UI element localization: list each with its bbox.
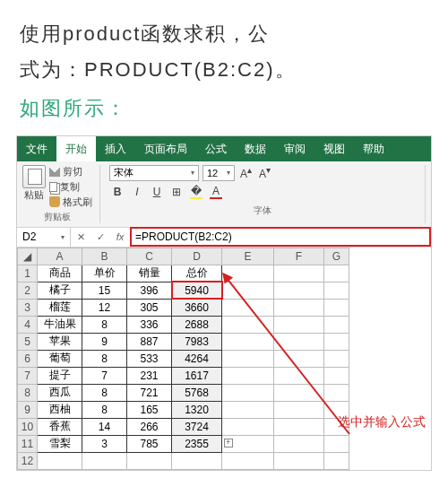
ribbon-tab-视图[interactable]: 视图 (314, 136, 354, 161)
cell[interactable]: 721 (127, 384, 172, 401)
cell[interactable] (274, 282, 324, 299)
cell[interactable]: 7 (82, 367, 127, 384)
cell[interactable] (274, 265, 324, 282)
cell[interactable]: 香蕉 (38, 418, 82, 435)
ribbon-tab-开始[interactable]: 开始 (56, 136, 96, 161)
header-cell[interactable]: 单价 (82, 265, 127, 282)
cell[interactable]: 5768 (172, 384, 222, 401)
cell[interactable] (324, 333, 349, 350)
ribbon-tab-帮助[interactable]: 帮助 (354, 136, 393, 161)
row-header-8[interactable]: 8 (18, 384, 38, 401)
col-header-C[interactable]: C (127, 248, 172, 265)
cell[interactable]: 8 (82, 401, 127, 418)
cell[interactable]: 8 (82, 350, 127, 367)
cell[interactable] (274, 452, 324, 469)
cell[interactable]: 396 (127, 282, 172, 299)
cell[interactable]: 雪梨 (38, 435, 82, 452)
ribbon-tab-公式[interactable]: 公式 (196, 136, 236, 161)
cell[interactable] (324, 350, 349, 367)
border-button[interactable]: ⊞ (168, 184, 185, 200)
cell[interactable] (274, 435, 324, 452)
italic-button[interactable]: I (129, 184, 145, 200)
col-header-F[interactable]: F (274, 248, 324, 265)
cell[interactable] (324, 452, 349, 469)
cell[interactable]: 3724 (172, 418, 222, 435)
col-header-D[interactable]: D (172, 248, 222, 265)
cell[interactable] (324, 435, 349, 452)
cell[interactable]: 8 (82, 316, 127, 333)
cell[interactable]: 橘子 (38, 282, 82, 299)
cell[interactable] (222, 435, 274, 452)
col-header-B[interactable]: B (82, 248, 127, 265)
cell[interactable]: 9 (82, 333, 127, 350)
row-header-1[interactable]: 1 (18, 265, 38, 282)
cell[interactable]: 西瓜 (38, 384, 82, 401)
cell[interactable]: 提子 (38, 367, 82, 384)
cell[interactable] (172, 452, 222, 469)
row-header-4[interactable]: 4 (18, 316, 38, 333)
cell[interactable] (324, 282, 349, 299)
cell[interactable] (274, 350, 324, 367)
cell[interactable]: 1617 (172, 367, 222, 384)
cell[interactable] (222, 418, 274, 435)
cell[interactable] (324, 265, 349, 282)
autofill-handle-icon[interactable] (224, 439, 233, 448)
row-header-3[interactable]: 3 (18, 299, 38, 316)
cell[interactable] (222, 299, 274, 316)
font-name-select[interactable]: 宋体▾ (109, 165, 199, 181)
col-header-E[interactable]: E (222, 248, 274, 265)
name-box[interactable]: D2▾ (17, 228, 71, 247)
ribbon-tab-页面布局[interactable]: 页面布局 (135, 136, 196, 161)
row-header-10[interactable]: 10 (18, 418, 38, 435)
ribbon-tab-插入[interactable]: 插入 (96, 136, 135, 161)
row-header-5[interactable]: 5 (18, 333, 38, 350)
paste-button[interactable]: 粘贴 (22, 165, 46, 209)
cell[interactable]: 7983 (172, 333, 222, 350)
cell[interactable]: 葡萄 (38, 350, 82, 367)
cell[interactable] (82, 452, 127, 469)
header-cell[interactable]: 商品 (38, 265, 82, 282)
cell[interactable]: 533 (127, 350, 172, 367)
cell[interactable]: 231 (127, 367, 172, 384)
cell[interactable]: 8 (82, 384, 127, 401)
cell[interactable]: 西柚 (38, 401, 82, 418)
cell[interactable]: 2688 (172, 316, 222, 333)
cell[interactable]: 305 (127, 299, 172, 316)
cell[interactable] (324, 299, 349, 316)
cell[interactable]: 785 (127, 435, 172, 452)
cell[interactable] (127, 452, 172, 469)
cell[interactable] (222, 282, 274, 299)
cell[interactable]: 3660 (172, 299, 222, 316)
cell[interactable] (274, 333, 324, 350)
cell[interactable]: 15 (82, 282, 127, 299)
cell[interactable]: 1320 (172, 401, 222, 418)
cell[interactable] (324, 316, 349, 333)
cell[interactable]: 165 (127, 401, 172, 418)
cell[interactable]: 苹果 (38, 333, 82, 350)
cell[interactable]: 887 (127, 333, 172, 350)
cell[interactable]: 266 (127, 418, 172, 435)
cut-button[interactable]: 剪切 (49, 165, 92, 178)
cell[interactable] (274, 299, 324, 316)
spreadsheet-grid[interactable]: ◢ABCDEFG1商品单价销量总价2橘子1539659403榴莲12305366… (17, 248, 431, 470)
cell[interactable]: 14 (82, 418, 127, 435)
cell[interactable]: 336 (127, 316, 172, 333)
increase-font-button[interactable]: A▴ (238, 165, 254, 180)
cancel-formula-button[interactable]: ✕ (71, 231, 90, 243)
cell[interactable] (222, 401, 274, 418)
bold-button[interactable]: B (109, 184, 125, 200)
copy-button[interactable]: 复制 (49, 180, 92, 194)
row-header-9[interactable]: 9 (18, 401, 38, 418)
cell[interactable] (38, 452, 82, 469)
cell[interactable]: 榴莲 (38, 299, 82, 316)
row-header-12[interactable]: 12 (18, 452, 38, 469)
cell[interactable] (274, 316, 324, 333)
row-header-6[interactable]: 6 (18, 350, 38, 367)
ribbon-tab-文件[interactable]: 文件 (17, 136, 56, 161)
cell[interactable] (274, 401, 324, 418)
cell[interactable]: 4264 (172, 350, 222, 367)
row-header-2[interactable]: 2 (18, 282, 38, 299)
col-header-A[interactable]: A (38, 248, 82, 265)
fx-button[interactable]: fx (110, 231, 130, 242)
cell[interactable] (222, 384, 274, 401)
